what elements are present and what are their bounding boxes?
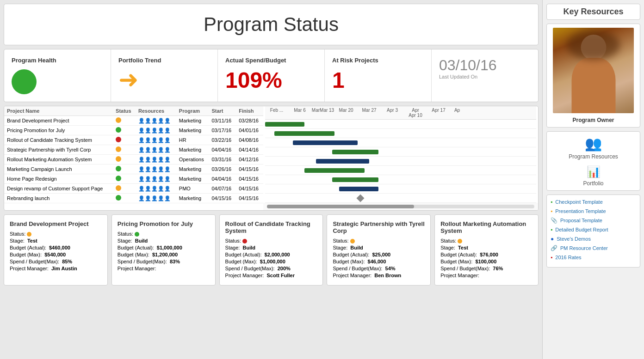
cell-status xyxy=(113,145,136,155)
cell-status xyxy=(113,135,136,145)
sidebar-link-icon: ▪ xyxy=(551,208,552,214)
kpi-actual-spend: Actual Spend/Budget 109% xyxy=(218,49,325,102)
sidebar-photo-card: Program Owner xyxy=(546,24,640,128)
sidebar-link-item[interactable]: 🔗 PM Resource Center xyxy=(551,245,636,251)
bottom-manager-value: Scott Fuller xyxy=(266,273,295,278)
bottom-stage-value: Test xyxy=(458,245,468,250)
gantt-bar xyxy=(339,187,378,191)
cell-start: 04/04/16 xyxy=(209,145,236,155)
project-table-card: Project Name Status Resources Program St… xyxy=(4,106,539,211)
bottom-budget-actual-field: Budget (Actual): $1,000,000 xyxy=(118,245,210,250)
bottom-project-title: Brand Development Project xyxy=(10,220,102,227)
header-card: Program Status xyxy=(4,4,539,45)
gantt-col-mar6: Mar 6 xyxy=(288,108,311,118)
col-project-name: Project Name xyxy=(4,106,113,116)
sidebar-link-icon: 📎 xyxy=(551,217,557,224)
kpi-actual-spend-label: Actual Spend/Budget xyxy=(225,57,286,64)
sidebar-link-item[interactable]: ▪ Checkpoint Template xyxy=(551,199,636,205)
cell-project-name: Home Page Redesign xyxy=(4,174,113,184)
cell-program: Marketing xyxy=(176,174,209,184)
sidebar-link-label: Checkpoint Template xyxy=(555,199,603,205)
portfolio-icon: 📊 xyxy=(587,165,601,178)
table-row[interactable]: Rollout Marketing Automation System 👤👤👤👤… xyxy=(4,155,263,164)
kpi-at-risk: At Risk Projects 1 xyxy=(325,49,432,102)
gantt-bar xyxy=(304,168,365,173)
cell-finish: 04/08/16 xyxy=(236,135,263,145)
cell-start: 03/17/16 xyxy=(209,126,236,135)
bottom-budget-actual-value: $2,000,000 xyxy=(265,252,290,257)
cell-status xyxy=(113,184,136,194)
table-row[interactable]: Rebranding launch 👤👤👤👤👤 Marketing 04/15/… xyxy=(4,194,263,203)
bottom-budget-max-value: $1,000,000 xyxy=(260,259,285,264)
bottom-stage-field: Stage: Test xyxy=(440,245,533,250)
bottom-budget-max-field: Budget (Max): $1,200,000 xyxy=(118,252,210,257)
bottom-status-dot xyxy=(458,239,462,243)
cell-finish: 04/15/16 xyxy=(236,164,263,174)
kpi-last-updated-date: 03/10/16 xyxy=(439,57,497,74)
bottom-budget-max-field: Budget (Max): $100,000 xyxy=(440,259,533,264)
scrollbar-track xyxy=(267,205,534,208)
col-start: Start xyxy=(209,106,236,116)
cell-program: HR xyxy=(176,135,209,145)
sidebar-link-item[interactable]: ▪ Detailed Budget Report xyxy=(551,226,636,233)
table-row[interactable]: Rollout of Candidate Tracking System 👤👤👤… xyxy=(4,135,263,145)
bottom-project-card: Strategic Partnership with Tyrell Corp S… xyxy=(327,214,431,286)
gantt-col-feb: Feb ... xyxy=(265,108,288,118)
bottom-spend-pct-field: Spend / Budget(Max): 85% xyxy=(10,259,102,264)
bottom-stage-value: Test xyxy=(27,238,37,243)
gantt-bar xyxy=(316,159,369,164)
bottom-stage-value: Build xyxy=(350,245,363,250)
gantt-col-mar20: Mar 20 xyxy=(334,108,358,118)
sidebar-link-item[interactable]: ▪ 2016 Rates xyxy=(551,254,636,261)
table-row[interactable]: Home Page Redesign 👤👤👤👤👤 Marketing 04/04… xyxy=(4,174,263,184)
sidebar-link-label: Steve's Demos xyxy=(557,236,591,242)
bottom-project-row: Brand Development Project Status: Stage:… xyxy=(4,214,539,286)
cell-project-name: Rebranding launch xyxy=(4,194,113,203)
bottom-status-field: Status: xyxy=(225,238,317,243)
sidebar-link-item[interactable]: 📎 Proposal Template xyxy=(551,217,636,224)
table-row[interactable]: Brand Development Project 👤👤👤👤👤 Marketin… xyxy=(4,116,263,126)
table-row[interactable]: Design revamp of Customer Support Page 👤… xyxy=(4,184,263,194)
kpi-program-health-label: Program Health xyxy=(12,57,56,64)
sidebar-link-item[interactable]: ● Steve's Demos xyxy=(551,236,636,242)
program-resources-item[interactable]: 👥 Program Resources xyxy=(551,135,636,160)
sidebar-link-item[interactable]: ▪ Presentation Template xyxy=(551,208,636,214)
table-row[interactable]: Marketing Campaign Launch 👤👤👤👤👤 Marketin… xyxy=(4,164,263,174)
bottom-project-title: Rollout of Candidate Tracking System xyxy=(225,220,317,234)
bottom-budget-actual-value: $1,000,000 xyxy=(157,245,182,250)
scroll-area[interactable] xyxy=(263,203,538,210)
table-row[interactable]: Pricing Promotion for July 👤👤👤👤👤 Marketi… xyxy=(4,126,263,135)
bottom-project-title: Pricing Promotion for July xyxy=(118,220,210,227)
cell-program: PMO xyxy=(176,184,209,194)
cell-status xyxy=(113,164,136,174)
cell-status xyxy=(113,194,136,203)
program-resources-label: Program Resources xyxy=(569,153,618,160)
bottom-budget-max-value: $540,000 xyxy=(44,252,66,257)
gantt-col-apr-more: Ap xyxy=(450,108,464,118)
kpi-actual-spend-value: 109% xyxy=(225,67,282,93)
bottom-project-card: Rollout Marketing Automation System Stat… xyxy=(434,214,539,286)
gantt-col-mar13: MarMar 13 xyxy=(311,108,334,118)
kpi-at-risk-label: At Risk Projects xyxy=(332,57,378,64)
kpi-portfolio-trend-label: Portfolio Trend xyxy=(118,57,161,64)
sidebar-link-label: 2016 Rates xyxy=(555,255,581,260)
cell-status xyxy=(113,116,136,126)
cell-finish: 04/14/16 xyxy=(236,145,263,155)
table-row[interactable]: Strategic Partnership with Tyrell Corp 👤… xyxy=(4,145,263,155)
bottom-manager-value: Jim Austin xyxy=(51,266,77,271)
bottom-spend-pct-value: 54% xyxy=(385,266,396,271)
cell-program: Marketing xyxy=(176,145,209,155)
sidebar-link-icon: ● xyxy=(551,236,554,242)
gantt-row xyxy=(265,129,536,138)
scrollbar-thumb xyxy=(267,205,414,208)
bottom-budget-max-field: Budget (Max): $46,000 xyxy=(333,259,425,264)
gantt-col-apr3: Apr 3 xyxy=(381,108,404,118)
portfolio-label: Portfolio xyxy=(583,180,603,187)
portfolio-item[interactable]: 📊 Portfolio xyxy=(551,165,636,187)
bottom-spend-pct-field: Spend / Budget(Max): 200% xyxy=(225,266,317,271)
cell-status xyxy=(113,155,136,164)
cell-project-name: Pricing Promotion for July xyxy=(4,126,113,135)
bottom-manager-field: Project Manager: Jim Austin xyxy=(10,266,102,271)
cell-resources: 👤👤👤👤👤 xyxy=(136,155,176,164)
gantt-bar xyxy=(293,140,358,145)
